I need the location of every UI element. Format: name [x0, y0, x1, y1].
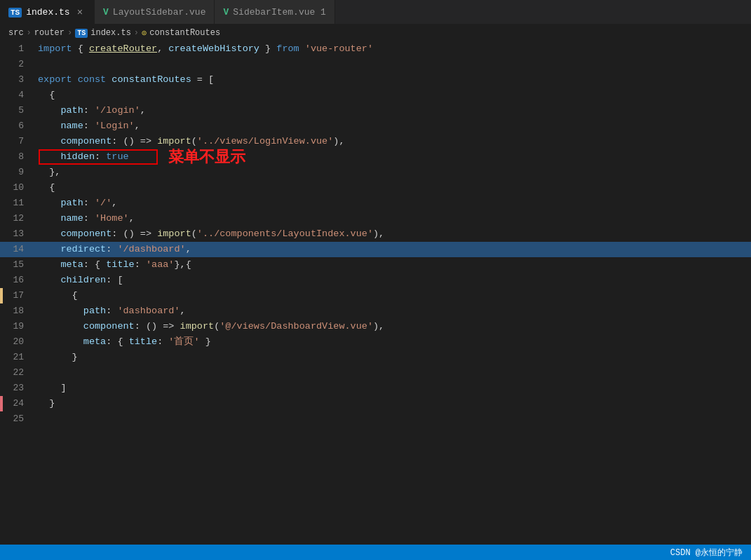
code-line: 17 { — [0, 288, 751, 303]
line-content: component: () => import('@/views/Dashboa… — [35, 319, 751, 334]
code-line: 15 meta: { title: 'aaa'},{ — [0, 257, 751, 273]
code-line: 24 } — [0, 396, 751, 411]
code-line: 5 path: '/login', — [0, 103, 751, 118]
line-content: export const constantRoutes = [ — [35, 72, 751, 88]
tab-label: SidebarItem.vue 1 — [233, 7, 326, 18]
code-line: 11 path: '/', — [0, 196, 751, 211]
breadcrumb-sep2: › — [67, 28, 72, 38]
code-line: 13 component: () => import('../component… — [0, 226, 751, 242]
line-content: redirect: '/dashboard', — [35, 242, 751, 257]
line-content: name: 'Login', — [35, 118, 751, 134]
breadcrumb: src › router › TS index.ts › ⊙ constantR… — [0, 25, 751, 41]
line-number: 23 — [0, 381, 35, 396]
code-editor: 1import { createRouter, createWebHistory… — [0, 41, 751, 540]
line-number: 19 — [0, 319, 35, 334]
line-content: meta: { title: '首页' } — [35, 334, 751, 350]
line-number: 11 — [0, 196, 35, 211]
line-number: 24 — [0, 396, 35, 411]
line-content: import { createRouter, createWebHistory … — [35, 41, 751, 57]
line-number: 25 — [0, 411, 35, 427]
line-number: 12 — [0, 211, 35, 226]
line-content: component: () => import('../views/LoginV… — [35, 134, 751, 149]
code-line: 14 redirect: '/dashboard', — [0, 242, 751, 257]
tab-index-ts[interactable]: TS index.ts × — [0, 0, 95, 24]
line-number: 16 — [0, 273, 35, 288]
breadcrumb-src: src — [8, 28, 24, 38]
line-number: 13 — [0, 226, 35, 242]
line-content: { — [35, 88, 751, 103]
tab-sidebar-item-vue[interactable]: V SidebarItem.vue 1 — [215, 0, 334, 24]
code-line: 22 — [0, 365, 751, 381]
line-content: children: [ — [35, 273, 751, 288]
line-number: 17 — [0, 288, 35, 303]
tab-close-button[interactable]: × — [74, 6, 86, 20]
breadcrumb-router: router — [34, 28, 65, 38]
code-line: 8 hidden: true菜单不显示 — [0, 149, 751, 165]
code-line: 20 meta: { title: '首页' } — [0, 334, 751, 350]
line-number: 20 — [0, 334, 35, 350]
code-line: 10 { — [0, 180, 751, 196]
annotation-label: 菜单不显示 — [168, 149, 245, 165]
line-number: 7 — [0, 134, 35, 149]
line-number: 1 — [0, 41, 35, 57]
ts-icon: TS — [8, 8, 22, 18]
status-bar: CSDN @永恒的宁静 — [0, 545, 751, 560]
tab-bar: TS index.ts × V LayoutSidebar.vue V Side… — [0, 0, 751, 25]
breadcrumb-symbol-icon: ⊙ — [142, 28, 147, 39]
line-content: { — [35, 180, 751, 196]
code-line: 2 — [0, 57, 751, 72]
breadcrumb-ts-icon: TS — [75, 29, 88, 38]
line-content: }, — [35, 165, 751, 180]
line-number: 6 — [0, 118, 35, 134]
line-content: path: '/', — [35, 196, 751, 211]
tab-layout-sidebar-vue[interactable]: V LayoutSidebar.vue — [95, 0, 215, 24]
left-marker-red — [0, 396, 3, 411]
line-content: } — [35, 350, 751, 365]
code-line: 7 component: () => import('../views/Logi… — [0, 134, 751, 149]
vue-icon: V — [103, 7, 109, 18]
line-number: 18 — [0, 303, 35, 319]
line-number: 4 — [0, 88, 35, 103]
left-marker-yellow — [0, 288, 3, 303]
line-number: 15 — [0, 257, 35, 273]
code-line: 12 name: 'Home', — [0, 211, 751, 226]
line-number: 14 — [0, 242, 35, 257]
line-content: ] — [35, 381, 751, 396]
line-number: 8 — [0, 149, 35, 165]
code-line: 21 } — [0, 350, 751, 365]
code-line: 1import { createRouter, createWebHistory… — [0, 41, 751, 57]
vue-icon: V — [223, 7, 229, 18]
code-line: 6 name: 'Login', — [0, 118, 751, 134]
code-line: 3export const constantRoutes = [ — [0, 72, 751, 88]
line-number: 2 — [0, 57, 35, 72]
tab-label: LayoutSidebar.vue — [113, 7, 206, 18]
line-content: { — [35, 288, 751, 303]
line-content: component: () => import('../components/L… — [35, 226, 751, 242]
credit-text: CSDN @永恒的宁静 — [670, 547, 743, 559]
line-content: } — [35, 396, 751, 411]
line-number: 3 — [0, 72, 35, 88]
line-number: 9 — [0, 165, 35, 180]
line-content: meta: { title: 'aaa'},{ — [35, 257, 751, 273]
line-content: hidden: true — [35, 149, 751, 165]
code-line: 23 ] — [0, 381, 751, 396]
code-line: 16 children: [ — [0, 273, 751, 288]
line-number: 10 — [0, 180, 35, 196]
code-line: 18 path: 'dashboard', — [0, 303, 751, 319]
line-number: 21 — [0, 350, 35, 365]
breadcrumb-file: index.ts — [90, 28, 131, 38]
line-content: name: 'Home', — [35, 211, 751, 226]
code-line: 9 }, — [0, 165, 751, 180]
line-number: 22 — [0, 365, 35, 381]
code-line: 19 component: () => import('@/views/Dash… — [0, 319, 751, 334]
breadcrumb-sep: › — [27, 28, 32, 38]
tab-label: index.ts — [26, 7, 69, 18]
line-content: path: '/login', — [35, 103, 751, 118]
breadcrumb-sep3: › — [134, 28, 139, 38]
line-number: 5 — [0, 103, 35, 118]
breadcrumb-symbol: constantRoutes — [149, 28, 220, 38]
line-content: path: 'dashboard', — [35, 303, 751, 319]
code-line: 25 — [0, 411, 751, 427]
code-line: 4 { — [0, 88, 751, 103]
